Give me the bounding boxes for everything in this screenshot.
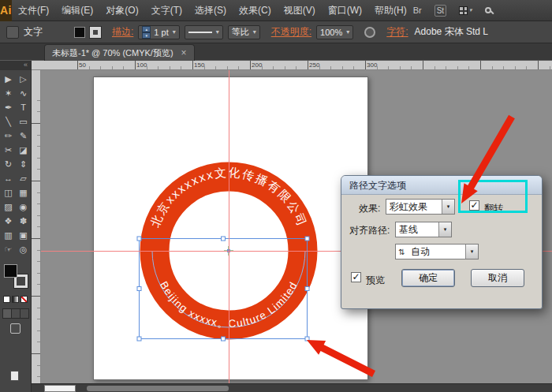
- ok-button[interactable]: 确定: [401, 269, 455, 287]
- hand-tool[interactable]: ☞: [1, 242, 16, 256]
- document-title: 未标题-1* @ 70% (CMYK/预览): [52, 47, 173, 59]
- cancel-button[interactable]: 取消: [471, 269, 524, 287]
- opacity-combo[interactable]: 100% ▾: [316, 25, 353, 39]
- ruler-tick-50: 50: [79, 62, 86, 69]
- scrollbar-thumb[interactable]: [87, 386, 229, 391]
- ruler-tick-200: 200: [252, 62, 262, 69]
- free-transform-tool[interactable]: ▱: [16, 171, 31, 185]
- scale-tool[interactable]: ⇕: [16, 157, 31, 171]
- selection-tool[interactable]: ▶: [1, 72, 16, 86]
- character-link[interactable]: 字符:: [386, 25, 408, 39]
- close-icon[interactable]: ×: [181, 48, 187, 58]
- pencil-tool[interactable]: ✎: [16, 129, 31, 143]
- stroke-weight-stepper[interactable]: ▴▾: [142, 26, 151, 39]
- eyedropper-tool[interactable]: ◉: [16, 200, 31, 214]
- zoom-tool[interactable]: ◎: [16, 242, 31, 256]
- stroke-color-well[interactable]: [90, 27, 101, 38]
- shape-builder-tool[interactable]: ◫: [1, 185, 16, 200]
- align-label: 对齐路径:: [349, 224, 390, 237]
- pen-tool[interactable]: ✒: [1, 100, 16, 114]
- column-graph-tool[interactable]: ▥: [1, 228, 16, 242]
- ruler-vertical[interactable]: [32, 70, 41, 392]
- type-tool[interactable]: T: [16, 100, 31, 114]
- menu-select[interactable]: 选择(S): [188, 0, 233, 21]
- artboard-tool[interactable]: ▣: [16, 228, 31, 242]
- flip-highlight-box: [458, 180, 528, 213]
- menu-edit[interactable]: 编辑(E): [55, 0, 99, 21]
- eraser-tool[interactable]: ◪: [16, 143, 31, 157]
- mesh-tool[interactable]: ▦: [16, 185, 31, 200]
- paintbrush-tool[interactable]: ✏: [1, 129, 16, 143]
- gradient-mode-button[interactable]: [12, 296, 19, 303]
- zoom-status-field[interactable]: [44, 385, 76, 392]
- menu-file[interactable]: 文件(F): [12, 0, 55, 21]
- line-segment-tool[interactable]: ╲: [1, 114, 16, 129]
- recolor-artwork-icon[interactable]: [364, 27, 375, 38]
- effect-select[interactable]: 彩虹效果 ▾: [386, 199, 455, 215]
- width-tool[interactable]: ↔: [1, 171, 16, 185]
- spacing-icon: ⇅: [396, 248, 408, 256]
- magic-wand-tool[interactable]: ✶: [1, 86, 16, 100]
- rectangle-tool[interactable]: ▭: [16, 114, 31, 129]
- chevron-down-icon: ▾: [465, 245, 478, 259]
- ruler-tick-300: 300: [367, 62, 377, 69]
- align-value: 基线: [396, 223, 438, 237]
- guide-vertical[interactable]: [229, 70, 229, 392]
- screen-mode-button[interactable]: [10, 323, 21, 334]
- menu-bar: Ai 文件(F)编辑(E)对象(O)文字(T)选择(S)效果(C)视图(V)窗口…: [0, 0, 552, 21]
- rotate-tool[interactable]: ↻: [1, 157, 16, 171]
- active-tool-icon: [6, 26, 19, 39]
- tools-collapse-button[interactable]: «: [0, 61, 31, 70]
- menu-effect[interactable]: 效果(C): [233, 0, 278, 21]
- control-bar: 文字 描边: ▴▾ 1 pt ▾ ▾ 等比 ▾ 不透明度: 100% ▾ 字符:…: [0, 21, 552, 43]
- ruler-tick-150: 150: [194, 62, 204, 69]
- draw-behind-button[interactable]: [12, 308, 21, 319]
- stroke-link[interactable]: 描边:: [112, 25, 133, 39]
- width-profile-combo[interactable]: 等比 ▾: [228, 25, 260, 39]
- effect-value: 彩虹效果: [386, 200, 442, 214]
- menu-view[interactable]: 视图(V): [278, 0, 322, 21]
- direct-selection-tool[interactable]: ▷: [16, 72, 31, 86]
- draw-normal-button[interactable]: [2, 308, 12, 319]
- line-style-sample: [188, 32, 212, 33]
- stroke-weight-combo[interactable]: ▴▾ 1 pt ▾: [138, 25, 179, 39]
- app-logo: Ai: [0, 0, 12, 21]
- document-icon[interactable]: [10, 371, 19, 381]
- width-profile-value: 等比: [232, 26, 249, 38]
- ruler-horizontal[interactable]: 50100150200250300: [32, 61, 552, 70]
- fill-color-well[interactable]: [74, 27, 85, 38]
- stepper-down-icon[interactable]: ▾: [142, 32, 151, 39]
- search-icon[interactable]: [485, 7, 495, 13]
- fill-stroke-widget: [4, 264, 31, 291]
- spacing-select[interactable]: ⇅ 自动 ▾: [395, 244, 479, 259]
- align-select[interactable]: 基线 ▾: [395, 222, 452, 237]
- scissors-tool[interactable]: ✂: [1, 143, 16, 157]
- menu-type[interactable]: 文字(T): [145, 0, 188, 21]
- none-mode-button[interactable]: [21, 296, 28, 303]
- menu-object[interactable]: 对象(O): [99, 0, 144, 21]
- workspace-switcher-button[interactable]: ▾: [459, 6, 472, 15]
- lasso-tool[interactable]: ∿: [16, 86, 31, 100]
- bridge-button[interactable]: Br: [413, 6, 422, 15]
- effect-label: 效果:: [359, 202, 380, 215]
- stroke-style-combo[interactable]: ▾: [185, 25, 223, 39]
- st-badge[interactable]: St: [435, 5, 446, 17]
- font-family-value[interactable]: Adobe 宋体 Std L: [415, 25, 488, 39]
- symbol-sprayer-tool[interactable]: ✽: [16, 214, 31, 228]
- color-mode-button[interactable]: [3, 296, 10, 303]
- horizontal-scrollbar[interactable]: [32, 383, 552, 392]
- opacity-value: 100%: [320, 28, 342, 37]
- draw-mode-buttons: [2, 308, 29, 319]
- stepper-up-icon[interactable]: ▴: [142, 26, 151, 32]
- menu-help[interactable]: 帮助(H): [368, 0, 413, 21]
- blend-tool[interactable]: ❖: [1, 214, 16, 228]
- chevron-down-icon: ▾: [216, 28, 219, 35]
- draw-inside-button[interactable]: [21, 308, 29, 319]
- artboard[interactable]: [93, 77, 368, 380]
- opacity-link[interactable]: 不透明度:: [271, 25, 311, 39]
- menu-window[interactable]: 窗口(W): [322, 0, 368, 21]
- fill-color-swatch[interactable]: [4, 264, 17, 278]
- gradient-tool[interactable]: ▨: [1, 200, 16, 214]
- document-tab[interactable]: 未标题-1* @ 70% (CMYK/预览) ×: [44, 44, 195, 61]
- preview-checkbox[interactable]: ✓: [351, 272, 361, 282]
